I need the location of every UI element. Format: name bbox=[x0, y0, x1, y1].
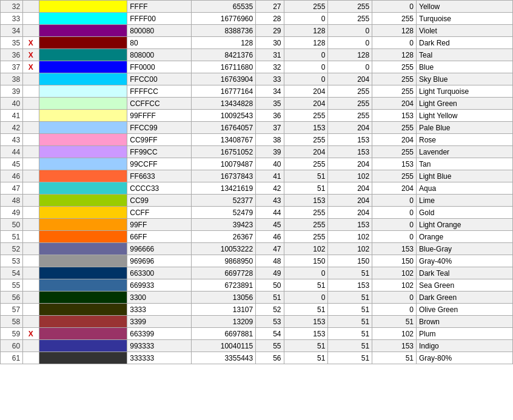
index-value: 54 bbox=[256, 328, 284, 340]
color-name: Gray-40% bbox=[417, 255, 513, 267]
blue-value: 204 bbox=[372, 98, 417, 110]
row-number: 38 bbox=[1, 73, 23, 85]
red-value: 255 bbox=[284, 158, 328, 170]
red-value: 255 bbox=[284, 110, 328, 122]
color-swatch bbox=[39, 207, 127, 219]
x-marker bbox=[23, 267, 39, 279]
index-value: 41 bbox=[256, 170, 284, 182]
x-marker bbox=[23, 255, 39, 267]
red-value: 255 bbox=[284, 134, 328, 146]
color-name: Light Green bbox=[417, 98, 513, 110]
index-value: 55 bbox=[256, 340, 284, 352]
color-name: Lavender bbox=[417, 146, 513, 158]
green-value: 51 bbox=[328, 316, 372, 328]
color-swatch bbox=[39, 73, 127, 85]
hex-value: CCFFCC bbox=[127, 98, 192, 110]
color-swatch bbox=[39, 231, 127, 243]
color-swatch bbox=[39, 13, 127, 25]
table-row: 32FFFF65535272552550Yellow bbox=[1, 1, 513, 13]
hex-value: 996666 bbox=[127, 243, 192, 255]
blue-value: 0 bbox=[372, 37, 417, 49]
numeric-value: 16711680 bbox=[192, 61, 256, 73]
color-swatch bbox=[39, 158, 127, 170]
index-value: 27 bbox=[256, 1, 284, 13]
index-value: 48 bbox=[256, 255, 284, 267]
row-number: 54 bbox=[1, 267, 23, 279]
table-row: 46FF6633167378434151102255Light Blue bbox=[1, 170, 513, 182]
red-value: 0 bbox=[284, 73, 328, 85]
index-value: 35 bbox=[256, 98, 284, 110]
index-value: 47 bbox=[256, 243, 284, 255]
row-number: 56 bbox=[1, 292, 23, 304]
blue-value: 255 bbox=[372, 170, 417, 182]
red-value: 51 bbox=[284, 340, 328, 352]
color-name: Light Yellow bbox=[417, 110, 513, 122]
x-marker bbox=[23, 158, 39, 170]
table-row: 36X8080008421376310128128Teal bbox=[1, 49, 513, 61]
x-marker bbox=[23, 25, 39, 37]
table-row: 5566993367238915051153102Sea Green bbox=[1, 279, 513, 292]
numeric-value: 26367 bbox=[192, 231, 256, 243]
row-number: 36 bbox=[1, 49, 23, 61]
green-value: 51 bbox=[328, 292, 372, 304]
numeric-value: 13209 bbox=[192, 316, 256, 328]
row-number: 43 bbox=[1, 134, 23, 146]
green-value: 204 bbox=[328, 122, 372, 134]
color-swatch bbox=[39, 267, 127, 279]
row-number: 48 bbox=[1, 195, 23, 207]
index-value: 32 bbox=[256, 61, 284, 73]
blue-value: 153 bbox=[372, 158, 417, 170]
color-swatch bbox=[39, 122, 127, 134]
green-value: 0 bbox=[328, 61, 372, 73]
color-swatch bbox=[39, 316, 127, 328]
green-value: 128 bbox=[328, 49, 372, 61]
index-value: 31 bbox=[256, 49, 284, 61]
row-number: 58 bbox=[1, 316, 23, 328]
table-row: 56330013056510510Dark Green bbox=[1, 292, 513, 304]
table-row: 47CCCC33134216194251204204Aqua bbox=[1, 182, 513, 195]
red-value: 0 bbox=[284, 13, 328, 25]
green-value: 204 bbox=[328, 182, 372, 195]
green-value: 153 bbox=[328, 134, 372, 146]
color-name: Orange bbox=[417, 231, 513, 243]
x-marker bbox=[23, 316, 39, 328]
row-number: 55 bbox=[1, 279, 23, 292]
color-name: Sea Green bbox=[417, 279, 513, 292]
row-number: 47 bbox=[1, 182, 23, 195]
blue-value: 255 bbox=[372, 13, 417, 25]
index-value: 56 bbox=[256, 352, 284, 364]
x-marker bbox=[23, 352, 39, 364]
x-marker bbox=[23, 134, 39, 146]
table-row: 61333333335544356515151Gray-80% bbox=[1, 352, 513, 364]
color-swatch bbox=[39, 1, 127, 13]
color-name: Rose bbox=[417, 134, 513, 146]
table-row: 348000808388736291280128Violet bbox=[1, 25, 513, 37]
numeric-value: 10053222 bbox=[192, 243, 256, 255]
x-marker bbox=[23, 340, 39, 352]
table-row: 38FFCC0016763904330204255Sky Blue bbox=[1, 73, 513, 85]
numeric-value: 6723891 bbox=[192, 279, 256, 292]
green-value: 51 bbox=[328, 340, 372, 352]
red-value: 0 bbox=[284, 292, 328, 304]
row-number: 33 bbox=[1, 13, 23, 25]
numeric-value: 8421376 bbox=[192, 49, 256, 61]
table-row: 44FF99CC1675105239204153255Lavender bbox=[1, 146, 513, 158]
index-value: 30 bbox=[256, 37, 284, 49]
index-value: 28 bbox=[256, 13, 284, 25]
x-marker bbox=[23, 231, 39, 243]
row-number: 53 bbox=[1, 255, 23, 267]
blue-value: 51 bbox=[372, 316, 417, 328]
green-value: 102 bbox=[328, 243, 372, 255]
x-marker bbox=[23, 170, 39, 182]
blue-value: 51 bbox=[372, 352, 417, 364]
color-name: Blue bbox=[417, 61, 513, 73]
red-value: 51 bbox=[284, 279, 328, 292]
index-value: 40 bbox=[256, 158, 284, 170]
red-value: 0 bbox=[284, 61, 328, 73]
table-row: 40CCFFCC1343482835204255204Light Green bbox=[1, 98, 513, 110]
hex-value: FFFFCC bbox=[127, 85, 192, 98]
blue-value: 0 bbox=[372, 207, 417, 219]
x-marker bbox=[23, 98, 39, 110]
green-value: 204 bbox=[328, 73, 372, 85]
x-marker bbox=[23, 292, 39, 304]
